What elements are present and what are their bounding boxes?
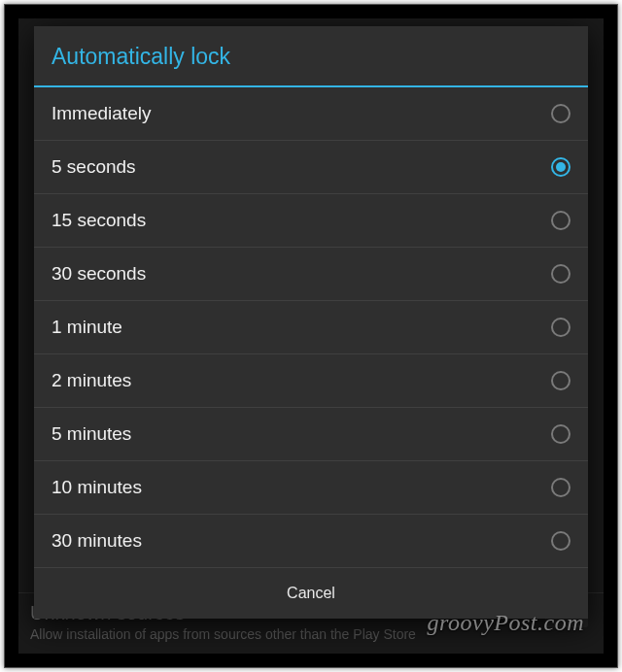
radio-icon[interactable] bbox=[551, 104, 570, 123]
option-label: 5 minutes bbox=[52, 423, 131, 445]
dialog-button-bar: Cancel bbox=[34, 568, 588, 619]
auto-lock-dialog: Automatically lock Immediately 5 seconds… bbox=[34, 26, 588, 619]
option-30-seconds[interactable]: 30 seconds bbox=[34, 248, 588, 301]
background-setting-subtitle: Allow installation of apps from sources … bbox=[30, 626, 592, 642]
option-label: 30 seconds bbox=[52, 263, 146, 285]
option-30-minutes[interactable]: 30 minutes bbox=[34, 515, 588, 568]
radio-icon[interactable] bbox=[551, 478, 570, 497]
option-1-minute[interactable]: 1 minute bbox=[34, 301, 588, 354]
radio-icon[interactable] bbox=[551, 264, 570, 284]
radio-icon[interactable] bbox=[551, 371, 570, 390]
option-label: 30 minutes bbox=[52, 530, 142, 552]
radio-icon[interactable] bbox=[551, 424, 570, 444]
radio-icon[interactable] bbox=[551, 531, 570, 551]
radio-icon[interactable] bbox=[551, 157, 570, 177]
option-2-minutes[interactable]: 2 minutes bbox=[34, 354, 588, 408]
option-label: 15 seconds bbox=[52, 210, 146, 231]
screen: Unknown sources Allow installation of ap… bbox=[18, 18, 604, 654]
option-immediately[interactable]: Immediately bbox=[34, 87, 588, 141]
option-10-minutes[interactable]: 10 minutes bbox=[34, 461, 588, 515]
option-label: 10 minutes bbox=[52, 477, 142, 498]
option-15-seconds[interactable]: 15 seconds bbox=[34, 194, 588, 248]
option-label: Immediately bbox=[52, 103, 151, 124]
option-label: 2 minutes bbox=[52, 370, 131, 391]
option-5-seconds[interactable]: 5 seconds bbox=[34, 141, 588, 194]
option-5-minutes[interactable]: 5 minutes bbox=[34, 408, 588, 461]
option-label: 1 minute bbox=[52, 317, 122, 338]
dialog-option-list: Immediately 5 seconds 15 seconds 30 seco… bbox=[34, 87, 588, 568]
dialog-title: Automatically lock bbox=[34, 26, 588, 87]
cancel-button[interactable]: Cancel bbox=[34, 568, 588, 619]
radio-icon[interactable] bbox=[551, 211, 570, 230]
option-label: 5 seconds bbox=[52, 156, 136, 178]
radio-icon[interactable] bbox=[551, 318, 570, 337]
device-frame: Unknown sources Allow installation of ap… bbox=[4, 4, 618, 668]
